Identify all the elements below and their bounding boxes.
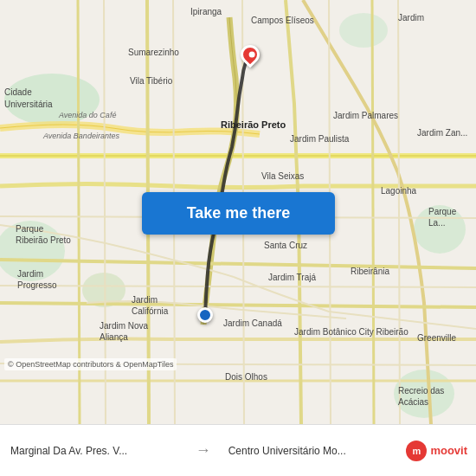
moovit-logo: m moovit	[406, 441, 476, 461]
take-me-there-button[interactable]: Take me there	[142, 192, 335, 235]
moovit-logo-icon: m	[406, 441, 427, 461]
origin-text: Marginal Da Av. Pres. V...	[10, 445, 127, 457]
osm-attribution: © OpenStreetMap contributors & OpenMapTi…	[4, 358, 177, 370]
destination-text: Centro Universitário Mo...	[228, 445, 346, 457]
moovit-logo-text: moovit	[430, 444, 467, 457]
map-container: Ipiranga Campos Elíseos Jardim Sumarezin…	[0, 0, 476, 424]
svg-point-6	[339, 13, 388, 48]
destination-pin	[241, 45, 260, 69]
bottom-bar: Marginal Da Av. Pres. V... → Centro Univ…	[0, 424, 476, 476]
arrow-icon: →	[189, 441, 218, 460]
origin-pin	[197, 307, 213, 323]
destination-label-container: Centro Universitário Mo...	[218, 445, 407, 457]
svg-point-3	[414, 205, 466, 254]
svg-point-5	[394, 370, 454, 418]
svg-point-1	[4, 74, 100, 125]
origin-label-container: Marginal Da Av. Pres. V...	[0, 445, 189, 457]
